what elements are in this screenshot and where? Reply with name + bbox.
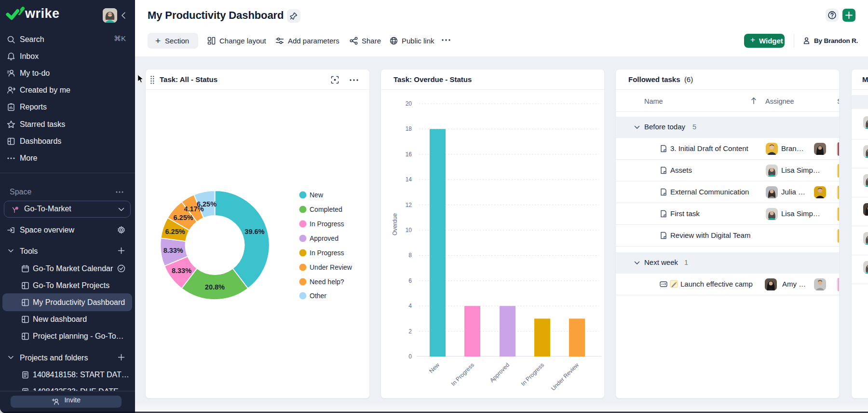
svg-text:Completed: Completed xyxy=(310,206,342,213)
svg-text:In Progress: In Progress xyxy=(310,220,344,228)
svg-text:4: 4 xyxy=(408,303,412,309)
svg-text:18: 18 xyxy=(406,125,412,132)
svg-text:39.6%: 39.6% xyxy=(244,228,264,235)
svg-text:10: 10 xyxy=(406,227,412,234)
svg-text:12: 12 xyxy=(406,202,412,208)
svg-text:Other: Other xyxy=(310,292,326,300)
svg-text:6.25%: 6.25% xyxy=(197,200,217,208)
svg-text:In Progress: In Progress xyxy=(520,361,545,387)
svg-text:20: 20 xyxy=(406,100,412,107)
svg-text:New: New xyxy=(310,191,324,199)
svg-text:6: 6 xyxy=(408,277,412,284)
svg-text:0: 0 xyxy=(408,353,412,360)
svg-text:Approved: Approved xyxy=(310,234,339,242)
svg-text:In Progress: In Progress xyxy=(450,361,475,387)
svg-text:Overdue: Overdue xyxy=(392,213,398,235)
svg-text:8.33%: 8.33% xyxy=(163,247,183,254)
svg-text:In Progress: In Progress xyxy=(310,249,344,257)
svg-text:8: 8 xyxy=(408,252,412,259)
svg-text:Under Review: Under Review xyxy=(310,263,353,271)
svg-text:New: New xyxy=(428,361,441,374)
svg-text:2: 2 xyxy=(408,328,412,335)
svg-text:Under Review: Under Review xyxy=(550,361,580,392)
svg-text:Need help?: Need help? xyxy=(310,278,344,286)
svg-text:14: 14 xyxy=(406,176,412,183)
svg-text:20.8%: 20.8% xyxy=(205,283,225,291)
svg-text:Approved: Approved xyxy=(488,361,511,384)
svg-text:16: 16 xyxy=(406,151,412,158)
svg-text:8.33%: 8.33% xyxy=(172,267,191,275)
svg-text:6.25%: 6.25% xyxy=(174,214,193,221)
svg-text:6.25%: 6.25% xyxy=(165,228,185,235)
